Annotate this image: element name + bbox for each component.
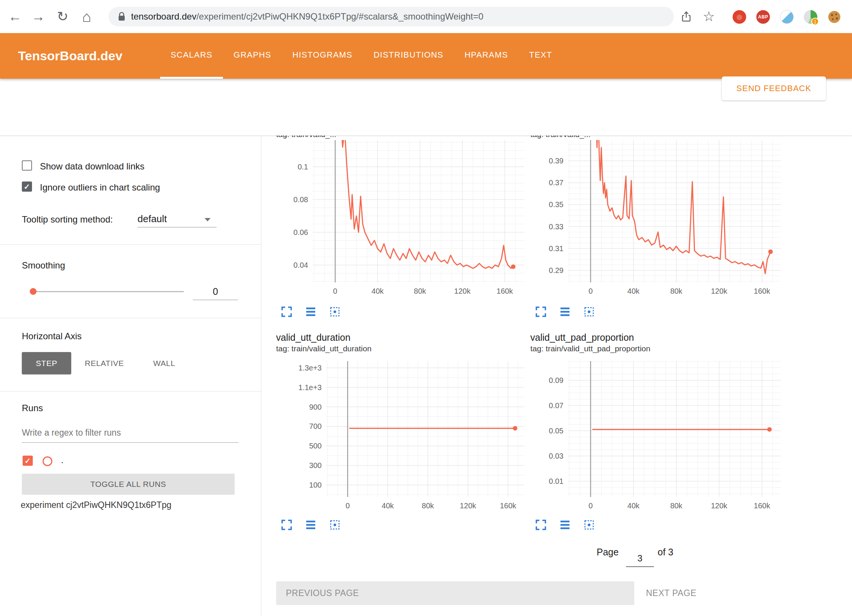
send-feedback-button[interactable]: SEND FEEDBACK xyxy=(722,76,826,101)
address-bar[interactable]: tensorboard.dev/experiment/cj2vtPiwQHKN9… xyxy=(108,7,674,26)
svg-text:0.39: 0.39 xyxy=(549,157,563,165)
svg-text:900: 900 xyxy=(309,403,322,411)
extension-icon-abp[interactable]: ABP xyxy=(756,10,770,24)
data-table-icon[interactable] xyxy=(559,306,571,318)
ignore-outliers-label: Ignore outliers in chart scaling xyxy=(40,182,160,193)
slider-thumb[interactable] xyxy=(30,288,37,295)
svg-text:0.31: 0.31 xyxy=(549,244,563,253)
data-table-icon[interactable] xyxy=(559,519,571,531)
smoothing-value-input[interactable] xyxy=(193,284,238,300)
svg-text:0: 0 xyxy=(345,502,350,510)
svg-text:0: 0 xyxy=(333,287,337,295)
extension-icon-cookie[interactable] xyxy=(828,10,841,24)
svg-text:0.06: 0.06 xyxy=(293,228,308,236)
svg-text:120k: 120k xyxy=(711,502,728,510)
svg-text:0.1: 0.1 xyxy=(298,163,308,171)
tab-scalars[interactable]: SCALARS xyxy=(160,33,223,79)
svg-text:120k: 120k xyxy=(711,287,728,295)
show-download-links-checkbox[interactable] xyxy=(22,160,32,171)
fullscreen-icon[interactable] xyxy=(535,519,547,531)
svg-text:300: 300 xyxy=(309,461,322,470)
run-checkbox[interactable]: ✓ xyxy=(23,456,33,466)
tab-text[interactable]: TEXT xyxy=(519,33,563,79)
fit-domain-icon[interactable] xyxy=(329,519,341,531)
smoothing-slider[interactable] xyxy=(30,288,188,295)
page-number-input[interactable] xyxy=(626,550,654,567)
divider xyxy=(0,244,261,245)
bookmark-star-icon[interactable]: ☆ xyxy=(700,0,718,33)
url-text: tensorboard.dev/experiment/cj2vtPiwQHKN9… xyxy=(131,11,483,22)
data-table-icon[interactable] xyxy=(305,519,317,531)
tab-graphs[interactable]: GRAPHS xyxy=(223,33,282,79)
axis-step-button[interactable]: STEP xyxy=(22,352,71,374)
chart-title: valid_utt_duration xyxy=(276,332,350,343)
axis-relative-button[interactable]: RELATIVE xyxy=(80,352,129,374)
fit-domain-icon[interactable] xyxy=(583,519,595,531)
fullscreen-icon[interactable] xyxy=(535,306,547,318)
svg-text:0.07: 0.07 xyxy=(549,401,563,410)
svg-text:40k: 40k xyxy=(371,287,384,295)
browser-toolbar: ← → ↻ ⌂ tensorboard.dev/experiment/cj2vt… xyxy=(0,0,852,33)
svg-text:80k: 80k xyxy=(414,287,426,295)
svg-text:500: 500 xyxy=(309,442,322,450)
tooltip-sorting-dropdown[interactable]: default xyxy=(137,211,217,227)
extension-icon-blue[interactable] xyxy=(780,10,794,24)
chart-plot: 1.3e+31.1e+3900700500300100040k80k120k16… xyxy=(276,361,524,515)
svg-text:0.08: 0.08 xyxy=(293,195,308,204)
svg-text:0.01: 0.01 xyxy=(549,477,563,485)
chart-card-top-right: tag: train/valid_... 0.390.370.350.330.3… xyxy=(530,136,783,324)
svg-text:0.37: 0.37 xyxy=(549,178,563,187)
svg-text:0.05: 0.05 xyxy=(549,427,563,435)
tooltip-sorting-value: default xyxy=(137,213,167,225)
runs-filter-input[interactable] xyxy=(22,423,238,443)
svg-text:80k: 80k xyxy=(422,502,434,510)
horizontal-axis-label: Horizontal Axis xyxy=(22,331,82,342)
smoothing-label: Smoothing xyxy=(22,260,65,271)
axis-wall-button[interactable]: WALL xyxy=(145,352,183,374)
svg-text:0.04: 0.04 xyxy=(293,261,308,269)
svg-text:40k: 40k xyxy=(382,502,394,510)
svg-text:160k: 160k xyxy=(496,287,513,295)
run-name-label: . xyxy=(61,455,64,465)
chart-plot: 0.390.370.350.330.310.29040k80k120k160k xyxy=(530,140,781,301)
chart-plot: 0.10.080.060.04040k80k120k160k xyxy=(276,140,524,301)
chart-toolbar xyxy=(281,519,341,531)
svg-text:120k: 120k xyxy=(454,287,471,295)
app-header: TensorBoard.dev SCALARS GRAPHS HISTOGRAM… xyxy=(0,33,852,79)
tab-histograms[interactable]: HISTOGRAMS xyxy=(282,33,363,79)
previous-page-button[interactable]: PREVIOUS PAGE xyxy=(276,581,634,605)
tab-hparams[interactable]: HPARAMS xyxy=(454,33,519,79)
svg-text:160k: 160k xyxy=(754,287,770,295)
ignore-outliers-checkbox[interactable]: ✓ xyxy=(22,181,32,192)
toggle-all-runs-button[interactable]: TOGGLE ALL RUNS xyxy=(22,474,235,495)
back-icon[interactable]: ← xyxy=(5,0,26,33)
settings-sidebar: Show data download links ✓ Ignore outlie… xyxy=(0,136,261,616)
fit-domain-icon[interactable] xyxy=(583,306,595,318)
reload-icon[interactable]: ↻ xyxy=(52,0,73,33)
chart-toolbar xyxy=(281,306,341,318)
next-page-button[interactable]: NEXT PAGE xyxy=(646,581,696,605)
profile-avatar[interactable]: 1 xyxy=(804,10,817,24)
chart-tag-clipped: tag: train/valid_... xyxy=(530,136,692,140)
forward-icon[interactable]: → xyxy=(28,0,49,33)
brand-logo[interactable]: TensorBoard.dev xyxy=(18,33,122,79)
show-download-links-label: Show data download links xyxy=(40,161,145,172)
tab-distributions[interactable]: DISTRIBUTIONS xyxy=(363,33,454,79)
svg-text:0.29: 0.29 xyxy=(549,266,563,274)
chart-card-top-left: tag: train/valid_... 0.10.080.060.04040k… xyxy=(276,136,528,324)
share-icon[interactable] xyxy=(677,0,695,33)
divider xyxy=(0,391,261,392)
fullscreen-icon[interactable] xyxy=(281,519,293,531)
home-icon[interactable]: ⌂ xyxy=(76,0,97,33)
chart-plot: 0.090.070.050.030.01040k80k120k160k xyxy=(530,361,781,515)
chart-tag: tag: train/valid_utt_pad_proportion xyxy=(530,344,650,353)
extension-icon-adblock[interactable] xyxy=(733,10,746,24)
data-table-icon[interactable] xyxy=(305,306,317,318)
chevron-down-icon xyxy=(205,218,211,221)
fullscreen-icon[interactable] xyxy=(281,306,293,318)
divider xyxy=(0,318,261,318)
chart-toolbar xyxy=(535,519,595,531)
svg-text:120k: 120k xyxy=(460,502,476,510)
nav-tabs: SCALARS GRAPHS HISTOGRAMS DISTRIBUTIONS … xyxy=(160,33,563,79)
fit-domain-icon[interactable] xyxy=(329,306,341,318)
